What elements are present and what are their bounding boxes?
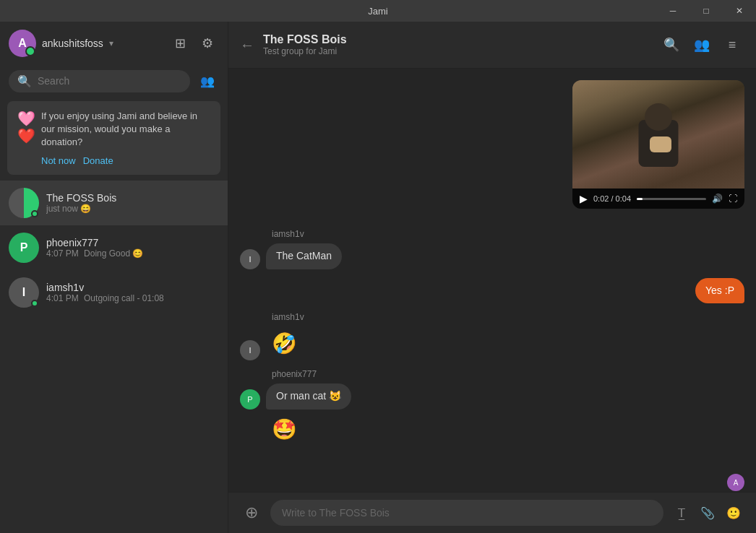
sender-name: iamsh1v — [272, 312, 744, 322]
window-controls: ─ □ ✕ — [656, 0, 756, 22]
minimize-button[interactable]: ─ — [656, 0, 690, 22]
video-thumbnail — [572, 80, 744, 188]
avatar: P — [9, 233, 39, 263]
message-group-catman: iamsh1v I The CatMan — [240, 229, 744, 269]
chat-title-area: The FOSS Bois Test group for Jami — [263, 33, 650, 56]
fullscreen-button[interactable]: ⛶ — [729, 194, 737, 204]
chat-input-area: ⊕ T̲ 📎 🙂 — [228, 492, 756, 533]
contact-name: phoenix777 — [46, 237, 219, 248]
contact-status: just now 😄 — [46, 204, 219, 214]
search-input[interactable] — [38, 75, 181, 87]
members-button[interactable]: 👥 — [690, 32, 714, 57]
sender-name: phoenix777 — [272, 369, 744, 379]
avatar: I — [240, 249, 260, 269]
message-group-ormancat: phoenix777 P Or man cat 😺 🤩 — [240, 369, 744, 446]
chat-input[interactable] — [270, 500, 663, 526]
message-bubble: 🤩 — [266, 412, 303, 446]
profile-name: ankushitsfoss — [42, 38, 103, 49]
settings-icon[interactable]: ⚙ — [196, 32, 219, 55]
chat-subtitle: Test group for Jami — [263, 46, 650, 56]
chat-header: ← The FOSS Bois Test group for Jami 🔍 👥 … — [228, 22, 756, 69]
messages-area: ▶ 0:02 / 0:04 🔊 ⛶ iamsh1v — [228, 69, 756, 492]
text-format-button[interactable]: T̲ — [671, 502, 692, 524]
profile-button[interactable]: A ankushitsfoss ▾ — [9, 30, 113, 57]
sidebar-item-foss-bois[interactable]: The FOSS Bois just now 😄 — [0, 181, 228, 225]
message-bubble: 🤣 — [266, 326, 303, 360]
contact-status: 4:07 PM Doing Good 😊 — [46, 248, 219, 259]
heart-red-icon: ❤️ — [17, 127, 35, 144]
video-time: 0:02 / 0:04 — [593, 194, 631, 203]
donation-actions: Not now Donate — [41, 155, 210, 166]
message-bubble: Or man cat 😺 — [266, 384, 351, 410]
contact-info: The FOSS Bois just now 😄 — [46, 192, 219, 214]
emoji-button[interactable]: 🙂 — [723, 502, 744, 524]
chat-panel: ← The FOSS Bois Test group for Jami 🔍 👥 … — [228, 22, 756, 533]
search-chat-button[interactable]: 🔍 — [659, 32, 684, 57]
add-contact-icon[interactable]: 👥 — [196, 69, 219, 92]
maximize-button[interactable]: □ — [690, 0, 723, 22]
video-controls: ▶ 0:02 / 0:04 🔊 ⛶ — [572, 188, 744, 209]
message-row: I The CatMan — [240, 243, 744, 269]
message-row: P Or man cat 😺 — [240, 384, 744, 410]
grid-icon[interactable]: ⊞ — [168, 32, 192, 55]
contact-info: iamsh1v 4:01 PM Outgoing call - 01:08 — [46, 282, 219, 303]
not-now-button[interactable]: Not now — [41, 155, 76, 166]
titlebar: Jami ─ □ ✕ — [0, 0, 756, 22]
sidebar-header: A ankushitsfoss ▾ ⊞ ⚙ — [0, 22, 228, 65]
menu-button[interactable]: ≡ — [720, 32, 744, 57]
attach-file-button[interactable]: 📎 — [697, 502, 718, 524]
back-button[interactable]: ← — [240, 37, 254, 53]
donation-banner: 🩷 ❤️ If you enjoy using Jami and believe… — [7, 101, 220, 175]
avatar: I — [240, 340, 260, 360]
volume-button[interactable]: 🔊 — [712, 194, 723, 204]
contact-info: phoenix777 4:07 PM Doing Good 😊 — [46, 237, 219, 259]
avatar-wrap — [9, 188, 39, 218]
donation-text: If you enjoy using Jami and believe in o… — [41, 110, 210, 150]
online-indicator — [31, 210, 38, 217]
play-button[interactable]: ▶ — [580, 193, 588, 204]
video-message: ▶ 0:02 / 0:04 🔊 ⛶ — [240, 80, 744, 214]
sidebar-item-phoenix777[interactable]: P phoenix777 4:07 PM Doing Good 😊 — [0, 225, 228, 270]
header-icons: ⊞ ⚙ — [168, 32, 219, 55]
video-player[interactable]: ▶ 0:02 / 0:04 🔊 ⛶ — [572, 80, 744, 209]
contact-status: 4:01 PM Outgoing call - 01:08 — [46, 293, 219, 303]
app-title: Jami — [368, 6, 387, 17]
message-row-mine: Yes :P — [240, 278, 744, 304]
chat-header-icons: 🔍 👥 ≡ — [659, 32, 744, 57]
main-layout: A ankushitsfoss ▾ ⊞ ⚙ 🔍 👥 🩷 ❤️ — [0, 22, 756, 533]
video-progress[interactable] — [637, 198, 706, 200]
sender-name: iamsh1v — [272, 229, 744, 239]
message-row-emoji: 🤩 — [240, 412, 744, 446]
close-button[interactable]: ✕ — [723, 0, 756, 22]
avatar-wrap: P — [9, 233, 39, 263]
message-bubble: Yes :P — [695, 278, 744, 304]
contact-name: iamsh1v — [46, 282, 219, 293]
chat-title: The FOSS Bois — [263, 33, 650, 46]
avatar-wrap: I — [9, 277, 39, 308]
sidebar-item-iamsh1v[interactable]: I iamsh1v 4:01 PM Outgoing call - 01:08 — [0, 270, 228, 315]
search-icon: 🔍 — [17, 74, 32, 88]
avatar: P — [240, 389, 260, 410]
message-group-laugh: iamsh1v I 🤣 — [240, 312, 744, 360]
my-avatar-indicator: A — [727, 474, 744, 491]
add-attachment-button[interactable]: ⊕ — [240, 501, 263, 524]
message-row: I 🤣 — [240, 326, 744, 360]
search-bar: 🔍 👥 — [0, 65, 228, 98]
contact-list: The FOSS Bois just now 😄 P phoenix777 4:… — [0, 181, 228, 533]
message-bubble: The CatMan — [266, 243, 342, 269]
heart-pink-icon: 🩷 — [17, 110, 35, 127]
donate-button[interactable]: Donate — [83, 155, 113, 166]
contact-name: The FOSS Bois — [46, 192, 219, 204]
sidebar: A ankushitsfoss ▾ ⊞ ⚙ 🔍 👥 🩷 ❤️ — [0, 22, 228, 533]
chevron-down-icon: ▾ — [109, 38, 113, 48]
online-indicator — [31, 300, 38, 307]
avatar: A — [9, 30, 36, 57]
input-actions: T̲ 📎 🙂 — [671, 502, 744, 524]
search-input-wrap: 🔍 — [9, 70, 190, 92]
progress-fill — [637, 198, 643, 200]
